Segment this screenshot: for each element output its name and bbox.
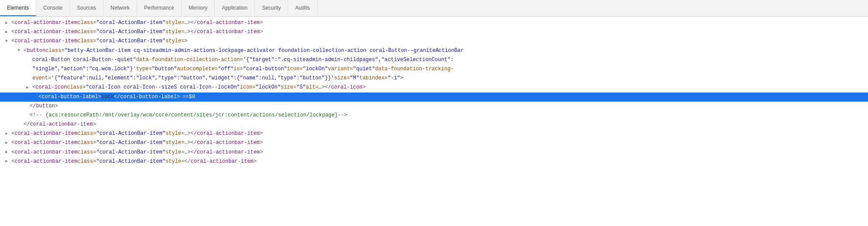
attr-name: style= <box>165 19 184 27</box>
dom-line[interactable]: <coral-actionbar-item class="coral-Actio… <box>0 37 868 46</box>
attr-name: size= <box>281 83 296 92</box>
dom-line[interactable]: event='{"feature":null,"element":"lock",… <box>0 74 868 83</box>
dom-line[interactable]: <button class="betty-ActionBar-item cq-s… <box>0 46 868 55</box>
tab-console[interactable]: Console <box>36 0 70 16</box>
equals-equals: == <box>183 93 189 101</box>
attr-value: … <box>184 148 187 157</box>
attr-value: "lockOn" <box>303 65 328 73</box>
attr-name: style= <box>165 158 184 166</box>
tag-bracket: ></ <box>187 130 197 138</box>
tag-bracket: < <box>11 19 14 27</box>
attr-value: … <box>184 130 187 138</box>
dom-line[interactable]: </button> <box>0 102 868 111</box>
dollar-sign: $0 <box>189 93 195 101</box>
attr-value: '{"feature":null,"element":"lock","type"… <box>51 74 334 82</box>
tag-name: coral-actionbar-item <box>197 28 260 36</box>
tab-sources-label: Sources <box>77 5 96 11</box>
dom-line[interactable]: <coral-actionbar-item class="coral-Actio… <box>0 18 868 27</box>
tab-performance[interactable]: Performance <box>137 0 182 16</box>
tag-name: button <box>36 102 55 110</box>
expand-triangle[interactable] <box>5 149 11 156</box>
tab-bar: Elements Console Sources Network Perform… <box>0 0 868 17</box>
attr-name: class= <box>77 130 96 138</box>
attr-name: class= <box>77 148 96 157</box>
tab-audits[interactable]: Audits <box>288 0 317 16</box>
attr-name: data-foundation-collection-action= <box>136 56 243 64</box>
expand-triangle[interactable] <box>5 38 11 45</box>
tag-bracket: ></ <box>322 83 331 92</box>
tag-name: coral-button-label <box>41 93 98 101</box>
tab-network-label: Network <box>110 5 130 11</box>
attr-value: "S" <box>296 83 306 92</box>
tag-bracket: > <box>260 28 263 36</box>
tag-bracket: < <box>11 130 14 138</box>
tab-application[interactable]: Application <box>215 0 255 16</box>
attr-name: autocomplete= <box>177 65 218 73</box>
tab-memory-label: Memory <box>189 5 207 11</box>
attr-value: "coral-ActionBar-item" <box>96 139 165 147</box>
expand-triangle[interactable] <box>5 29 11 36</box>
expand-triangle[interactable] <box>5 140 11 147</box>
tag-name: coral-actionbar-item <box>14 130 77 138</box>
tag-bracket: > <box>254 158 257 166</box>
tag-name: coral-actionbar-item <box>197 139 260 147</box>
tag-bracket: < <box>32 83 35 92</box>
dom-line[interactable]: <!-- {acs:resourcePath:/mnt/overlay/wcm/… <box>0 111 868 120</box>
tag-bracket: > <box>98 93 101 101</box>
dom-line[interactable]: coral-Button coral-Button--quiet" data-f… <box>0 55 868 65</box>
attr-value: … <box>184 139 187 147</box>
tab-network[interactable]: Network <box>103 0 137 16</box>
expand-triangle[interactable] <box>17 47 24 54</box>
dom-line-highlighted[interactable]: <coral-button-label>Lock</coral-button-l… <box>0 92 868 102</box>
attr-value: … <box>184 19 187 27</box>
dom-line[interactable]: <coral-icon class="coral-Icon coral-Icon… <box>0 83 868 92</box>
tag-bracket: > <box>400 74 403 82</box>
dom-viewer: <coral-actionbar-item class="coral-Actio… <box>0 17 868 226</box>
content-area: <coral-actionbar-item class="coral-Actio… <box>0 17 868 226</box>
attr-name: class= <box>77 28 96 36</box>
tag-bracket: > <box>362 83 365 92</box>
expand-triangle[interactable] <box>5 130 11 137</box>
tag-name: coral-button-label <box>120 93 177 101</box>
tab-sources[interactable]: Sources <box>70 0 103 16</box>
tab-elements[interactable]: Elements <box>0 0 36 16</box>
attr-name: alt= <box>306 83 319 92</box>
tag-bracket: ></ <box>187 139 197 147</box>
attr-name: style= <box>165 130 184 138</box>
dom-line[interactable]: <coral-actionbar-item class="coral-Actio… <box>0 138 868 147</box>
tag-bracket: > <box>260 139 263 147</box>
tab-console-label: Console <box>43 5 62 11</box>
tab-memory[interactable]: Memory <box>182 0 215 16</box>
comment: <!-- {acs:resourcePath:/mnt/overlay/wcm/… <box>30 111 347 120</box>
attr-name: icon= <box>240 83 255 92</box>
tab-bar-scroll: Elements Console Sources Network Perform… <box>0 0 317 16</box>
dom-line[interactable]: <coral-actionbar-item class="coral-Actio… <box>0 157 868 166</box>
tag-bracket: ></ <box>187 28 197 36</box>
attr-value: … <box>184 28 187 36</box>
attr-value: "coral-button" <box>243 65 287 73</box>
dom-line[interactable]: <coral-actionbar-item class="coral-Actio… <box>0 129 868 138</box>
dom-line[interactable]: </coral-actionbar-item> <box>0 120 868 129</box>
expand-triangle[interactable] <box>5 20 11 27</box>
attr-value: '{"target":".cq-siteadmin-admin-childpag… <box>243 56 453 64</box>
expand-triangle[interactable] <box>5 158 11 165</box>
tag-bracket: ></ <box>187 148 197 157</box>
dom-line[interactable]: <coral-actionbar-item class="coral-Actio… <box>0 27 868 37</box>
attr-value: "M" <box>350 74 359 82</box>
tab-security-label: Security <box>262 5 281 11</box>
tag-bracket: </ <box>114 93 120 101</box>
dom-line[interactable]: <coral-actionbar-item class="coral-Actio… <box>0 148 868 157</box>
tag-bracket: > <box>260 148 263 157</box>
dom-line[interactable]: "single","action":"cq.wcm.lock"}' type="… <box>0 65 868 74</box>
tab-elements-label: Elements <box>7 5 29 11</box>
attr-name: class= <box>67 83 86 92</box>
attr-name: style= <box>165 37 184 45</box>
attr-name: class= <box>77 37 96 45</box>
attr-value: "betty-ActionBar-item cq-siteadmin-admin… <box>65 47 464 55</box>
tab-security[interactable]: Security <box>255 0 288 16</box>
attr-value: "coral-ActionBar-item" <box>96 130 165 138</box>
tag-name: coral-actionbar-item <box>14 37 77 45</box>
expand-triangle[interactable] <box>26 84 32 91</box>
tag-bracket: </ <box>24 120 30 129</box>
attr-name: variant= <box>328 65 353 73</box>
